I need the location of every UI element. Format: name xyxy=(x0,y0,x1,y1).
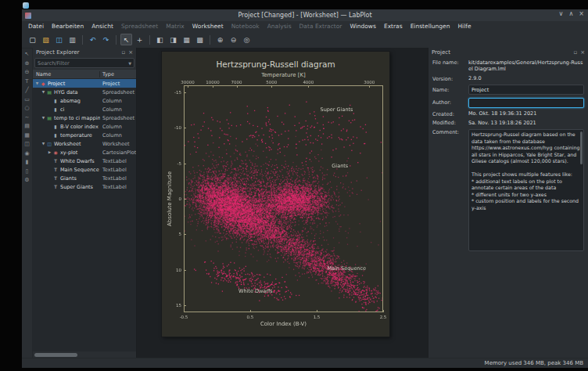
tree-row-name-cell: TGiants xyxy=(33,175,100,182)
menu-data-extractor[interactable]: Data Extractor xyxy=(296,23,346,30)
explorer-hscrollbar[interactable] xyxy=(33,351,136,358)
tree-row-ci[interactable]: ▮ciColumn xyxy=(33,105,136,113)
plot-annotation-giants[interactable]: Giants xyxy=(332,163,348,169)
rect-icon[interactable]: ▭ xyxy=(24,97,30,103)
tree-row-project[interactable]: ▼◆ProjectProject xyxy=(33,79,136,88)
tree-header[interactable]: Name Type xyxy=(33,70,136,79)
menu-notebook[interactable]: Notebook xyxy=(228,23,264,30)
close-button[interactable]: × xyxy=(579,10,584,17)
zoom-in-icon[interactable]: ⊕ xyxy=(25,61,30,67)
minimize-button[interactable]: ∨ xyxy=(559,10,564,17)
name-field[interactable]: Project xyxy=(468,85,584,95)
navigate-mode-icon[interactable]: + xyxy=(134,34,145,45)
save-document-icon[interactable]: ◫ xyxy=(53,34,65,45)
tree-row-hyg-data[interactable]: ▼▤HYG dataSpreadsheet xyxy=(33,88,136,96)
histogram-icon[interactable]: ▮ xyxy=(26,160,29,165)
worksheet-icon[interactable]: ◫ xyxy=(24,142,30,147)
tree-row-b-v-color-index[interactable]: ▮B-V color indexColumn xyxy=(33,122,136,131)
line-icon[interactable]: ╱ xyxy=(25,88,28,93)
column-header-name[interactable]: Name xyxy=(33,71,100,77)
zoom-in-icon[interactable]: ⊕ xyxy=(214,34,226,45)
float-panel-icon[interactable]: ▫ xyxy=(121,50,125,56)
notes-icon[interactable]: ▯ xyxy=(26,169,29,175)
plot-annotation-super-giants[interactable]: Super Giants xyxy=(321,106,353,113)
expander-icon[interactable]: ▼ xyxy=(41,142,46,146)
tree-row-type: Column xyxy=(100,98,136,104)
menu-windows[interactable]: Windows xyxy=(346,23,379,30)
column-header-type[interactable]: Type xyxy=(100,71,136,77)
vertical-layout-icon[interactable]: ◧ xyxy=(154,34,166,45)
open-document-icon[interactable]: ▧ xyxy=(40,34,52,45)
tree-row-type: Column xyxy=(100,106,136,113)
print-icon[interactable]: ▥ xyxy=(66,34,78,45)
comment-field[interactable]: Hertzsprung-Russel diagram based on the … xyxy=(468,129,584,251)
text-label-icon[interactable]: T xyxy=(25,79,28,85)
bottom-axis-label: Color Index (B-V) xyxy=(184,321,383,327)
zoom-fit-icon[interactable]: ◎ xyxy=(241,34,253,45)
zoom-out-icon[interactable]: ⊖ xyxy=(25,70,30,75)
matrix-icon[interactable]: ▦ xyxy=(24,133,30,139)
menu-hilfe[interactable]: Hilfe xyxy=(454,23,475,30)
labplot-window: Project [Changed] - [Worksheet] — LabPlo… xyxy=(22,9,588,368)
maximize-button[interactable]: ∧ xyxy=(568,10,573,17)
tree-row-type: CartesianPlot xyxy=(100,149,136,156)
expander-icon[interactable]: ▶ xyxy=(47,150,52,154)
grid-layout-icon[interactable]: ▦ xyxy=(181,34,192,45)
tree-row-giants[interactable]: TGiantsTextLabel xyxy=(33,174,136,182)
tree-row-label: xy-plot xyxy=(60,149,77,156)
close-panel-icon[interactable]: × xyxy=(128,50,133,56)
curve-icon[interactable]: ~ xyxy=(25,115,30,121)
main-area: ↖⊕⊖T╱▭○~▤▦◫◉▮▯⚙ Project Explorer ▫ × Sea… xyxy=(22,48,588,358)
expander-icon[interactable]: ▼ xyxy=(41,116,46,120)
project-explorer-title: Project Explorer xyxy=(36,49,79,56)
tree-row-temperature[interactable]: ▮temperatureColumn xyxy=(33,131,136,139)
new-document-icon[interactable]: ▢ xyxy=(27,34,38,45)
tree-row-xy-plot[interactable]: ▶◉xy-plotCartesianPlot xyxy=(33,148,136,157)
tree-row-label: Main Sequence xyxy=(60,167,99,173)
tree-row-worksheet[interactable]: ▼◫WorksheetWorksheet xyxy=(33,139,136,148)
redo-icon[interactable]: ↷ xyxy=(100,34,112,45)
tree-row-super-giants[interactable]: TSuper GiantsTextLabel xyxy=(33,182,136,191)
tree-row-absmag[interactable]: ▮absmagColumn xyxy=(33,96,136,105)
float-panel-icon[interactable]: ▫ xyxy=(573,50,577,56)
menu-analysis[interactable]: Analysis xyxy=(264,23,296,30)
textlabel-icon: T xyxy=(52,176,59,181)
titlebar[interactable]: Project [Changed] - [Worksheet] — LabPlo… xyxy=(22,9,588,21)
expander-icon[interactable]: ▼ xyxy=(41,90,46,94)
ellipse-icon[interactable]: ○ xyxy=(24,106,29,111)
scrollbar-thumb[interactable] xyxy=(34,353,77,357)
zoom-out-icon[interactable]: ⊖ xyxy=(228,34,239,45)
tree-row-main-sequence[interactable]: TMain SequenceTextLabel xyxy=(33,165,136,174)
menu-extras[interactable]: Extras xyxy=(380,23,407,30)
break-layout-icon[interactable]: ▩ xyxy=(194,34,206,45)
settings-icon[interactable]: ⚙ xyxy=(24,178,29,183)
worksheet-sheet[interactable]: Hertzsprung-Russell diagram Temperature … xyxy=(162,52,389,337)
author-field[interactable] xyxy=(468,98,584,108)
tree-row-name-cell: ▮B-V color index xyxy=(33,124,100,130)
menu-spreadsheet[interactable]: Spreadsheet xyxy=(117,23,162,30)
taskbar-app-icon[interactable] xyxy=(23,2,29,9)
menu-ansicht[interactable]: Ansicht xyxy=(88,23,117,30)
undo-icon[interactable]: ↶ xyxy=(87,34,99,45)
scrollbar-thumb[interactable] xyxy=(580,131,583,164)
menu-datei[interactable]: Datei xyxy=(24,23,48,30)
plot-annotation-white-dwarfs[interactable]: White Dwarfs xyxy=(238,288,273,294)
menu-einstellungen[interactable]: Einstellungen xyxy=(407,23,454,30)
tree-row-temp-to-ci-mapping[interactable]: ▼▤temp to ci mappingSpreadsheet xyxy=(33,113,136,122)
expander-icon[interactable]: ▼ xyxy=(34,81,40,85)
horizontal-layout-icon[interactable]: ◨ xyxy=(167,34,179,45)
close-panel-icon[interactable]: × xyxy=(580,50,585,56)
filter-icon[interactable]: ▼ xyxy=(128,61,131,66)
pointer-icon[interactable]: ↖ xyxy=(25,52,30,57)
spreadsheet-icon[interactable]: ▤ xyxy=(24,124,30,129)
menu-bearbeiten[interactable]: Bearbeiten xyxy=(48,23,88,30)
plot-annotation-main-sequence[interactable]: Main Sequence xyxy=(327,265,366,272)
scatter-plot-canvas[interactable] xyxy=(184,85,383,312)
plot-icon[interactable]: ◉ xyxy=(24,151,29,157)
menu-matrix[interactable]: Matrix xyxy=(162,23,188,30)
tree-row-white-dwarfs[interactable]: TWhite DwarfsTextLabel xyxy=(33,157,136,165)
menu-worksheet[interactable]: Worksheet xyxy=(188,23,228,30)
search-input[interactable]: Search/Filter ▼ xyxy=(34,58,134,68)
select-mode-icon[interactable]: ↖ xyxy=(120,34,132,45)
name-label: Name: xyxy=(432,87,468,93)
